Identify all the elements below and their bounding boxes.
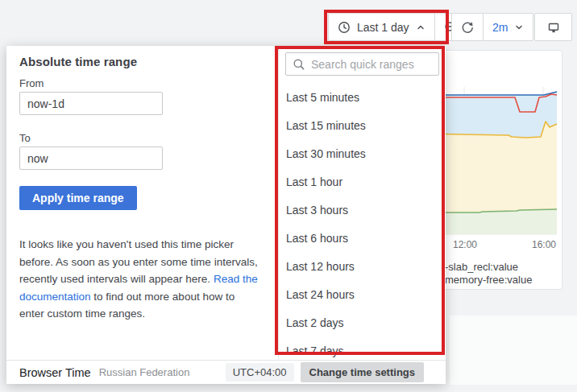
- browser-time-label: Browser Time: [19, 366, 91, 379]
- quick-range-item[interactable]: Last 1 hour: [279, 167, 446, 196]
- browser-time-region: Russian Federation: [99, 366, 190, 378]
- chevron-up-icon: [416, 23, 425, 32]
- section-heading: Absolute time range: [19, 55, 262, 68]
- x-axis-tick: 16:00: [532, 239, 556, 250]
- legend-item: memory-free:value: [445, 274, 532, 286]
- time-picker-panel: Absolute time range From To Apply time r…: [6, 46, 446, 384]
- time-picker-button[interactable]: Last 1 day: [329, 14, 434, 40]
- quick-range-item[interactable]: Last 24 hours: [279, 280, 446, 308]
- absolute-time-range-section: Absolute time range From To Apply time r…: [6, 46, 278, 360]
- quick-range-item[interactable]: Last 12 hours: [279, 252, 446, 280]
- clock-icon: [338, 21, 351, 34]
- apply-time-range-button[interactable]: Apply time range: [19, 186, 137, 210]
- refresh-button[interactable]: [452, 14, 483, 40]
- quick-range-item[interactable]: Last 6 hours: [279, 224, 446, 252]
- from-label: From: [19, 77, 262, 89]
- time-picker-button-group: Last 1 day: [328, 13, 467, 41]
- utc-offset-badge: UTC+04:00: [226, 363, 294, 382]
- quick-range-item[interactable]: Last 5 minutes: [279, 83, 446, 111]
- quick-range-item[interactable]: Last 7 days: [279, 336, 446, 360]
- quick-ranges-dropdown: Last 5 minutesLast 15 minutesLast 30 min…: [278, 46, 446, 360]
- refresh-icon: [461, 21, 474, 34]
- search-icon: [293, 58, 305, 71]
- from-input[interactable]: [19, 92, 163, 115]
- quick-range-item[interactable]: Last 30 minutes: [279, 139, 446, 167]
- time-picker-info-text: It looks like you haven't used this time…: [19, 236, 261, 323]
- refresh-button-group: 2m: [451, 13, 533, 41]
- time-picker-label: Last 1 day: [357, 21, 409, 34]
- legend-item: -slab_recl:value: [445, 261, 518, 273]
- quick-range-item[interactable]: Last 2 days: [279, 308, 446, 336]
- tv-mode-button[interactable]: [534, 13, 572, 41]
- quick-range-item[interactable]: Last 15 minutes: [279, 111, 446, 139]
- to-label: To: [19, 132, 262, 144]
- change-time-settings-button[interactable]: Change time settings: [301, 362, 424, 382]
- browser-time-footer: Browser Time Russian Federation UTC+04:0…: [6, 360, 446, 384]
- monitor-icon: [547, 21, 560, 34]
- dashboard-panel-partial: [450, 316, 577, 385]
- chevron-down-icon: [514, 23, 524, 32]
- quick-ranges-list: Last 5 minutesLast 15 minutesLast 30 min…: [279, 83, 446, 360]
- to-input[interactable]: [19, 146, 163, 170]
- search-quick-ranges-input[interactable]: [311, 58, 432, 71]
- quick-range-item[interactable]: Last 3 hours: [279, 196, 446, 224]
- search-box: [285, 52, 439, 76]
- x-axis-tick: 12:00: [453, 239, 477, 250]
- refresh-interval-label: 2m: [492, 21, 508, 34]
- refresh-interval-dropdown[interactable]: 2m: [483, 14, 533, 40]
